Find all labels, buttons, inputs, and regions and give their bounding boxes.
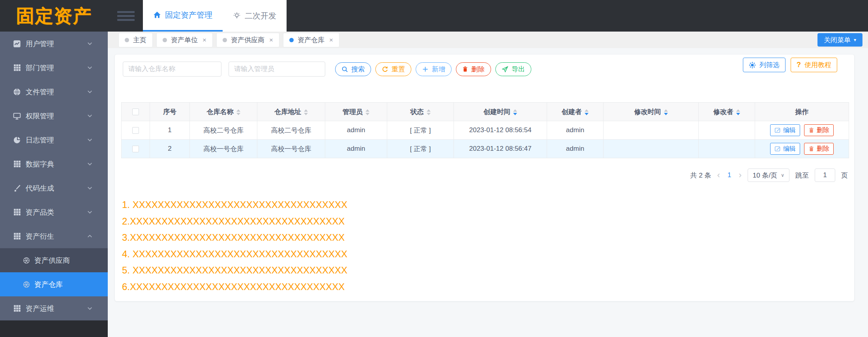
- close-menu-button[interactable]: 关闭菜单 ▾: [817, 33, 862, 47]
- column-header[interactable]: 状态: [387, 103, 454, 121]
- page-size-select[interactable]: 10 条/页 ∨: [748, 168, 789, 182]
- sort-carets-icon[interactable]: [366, 109, 369, 115]
- sidebar-item[interactable]: 资产仓库: [0, 272, 108, 296]
- page-tab-chip[interactable]: 资产供应商×: [216, 33, 279, 47]
- select-all-checkbox[interactable]: [132, 109, 139, 115]
- plus-button[interactable]: 新增: [416, 62, 452, 76]
- sidebar-item-label: 代码生成: [26, 183, 54, 193]
- sidebar-item[interactable]: 代码生成: [0, 176, 108, 200]
- table-cell: [699, 140, 755, 158]
- note-line: 3.XXXXXXXXXXXXXXXXXXXXXXXXXXXXXXXXXX: [122, 229, 347, 246]
- close-icon[interactable]: ×: [329, 36, 333, 44]
- aperture-icon: [23, 281, 30, 288]
- sidebar-item[interactable]: 数据字典: [0, 152, 108, 176]
- sidebar-item[interactable]: 日志管理: [0, 128, 108, 152]
- sort-carets-icon[interactable]: [585, 109, 589, 115]
- sidebar-item[interactable]: 资产供应商: [0, 248, 108, 272]
- table-cell: [ 正常 ]: [387, 140, 454, 158]
- manager-input[interactable]: [229, 62, 325, 77]
- sidebar-item[interactable]: 资产衍生: [0, 224, 108, 248]
- sort-carets-icon[interactable]: [236, 109, 240, 115]
- sidebar-item[interactable]: 权限管理: [0, 104, 108, 128]
- chevron-down-icon: ∨: [781, 172, 784, 178]
- row-checkbox[interactable]: [132, 127, 139, 134]
- sort-carets-icon[interactable]: [664, 109, 668, 115]
- column-header[interactable]: 创建者: [547, 103, 604, 121]
- page-tab-chip[interactable]: 主页: [118, 33, 153, 47]
- brush-icon: [13, 184, 21, 192]
- refresh-icon: [382, 66, 388, 73]
- column-header-label: 修改时间: [634, 108, 661, 116]
- sidebar-item-label: 资产品类: [26, 208, 54, 217]
- table-cell: 2023-01-12 08:56:47: [454, 140, 547, 158]
- refresh-button[interactable]: 重置: [375, 62, 411, 76]
- trash-row-button[interactable]: 删除: [804, 124, 834, 136]
- column-header[interactable]: 仓库名称: [190, 103, 257, 121]
- sidebar-menu: 用户管理部门管理文件管理权限管理日志管理数据字典代码生成资产品类资产衍生资产供应…: [0, 32, 108, 320]
- top-tab-label: 二次开发: [245, 11, 276, 21]
- row-checkbox[interactable]: [132, 146, 139, 152]
- trash-row-button[interactable]: 删除: [804, 143, 834, 155]
- column-filter-button[interactable]: 列筛选: [743, 58, 786, 72]
- sidebar-item[interactable]: 文件管理: [0, 80, 108, 104]
- prev-page-icon[interactable]: ‹: [717, 171, 720, 180]
- close-icon[interactable]: ×: [269, 36, 273, 44]
- app-logo: 固定资产: [0, 0, 108, 32]
- trash-icon: [462, 66, 468, 72]
- column-header[interactable]: 修改时间: [604, 103, 699, 121]
- column-header[interactable]: 创建时间: [454, 103, 547, 121]
- jump-page-input[interactable]: [815, 168, 835, 182]
- table-cell: 高校二号仓库: [257, 121, 325, 140]
- trash-button[interactable]: 删除: [456, 62, 491, 76]
- table-row: 1高校二号仓库高校二号仓库admin[ 正常 ]2023-01-12 08:56…: [122, 121, 849, 140]
- column-header-label: 操作: [795, 108, 809, 116]
- sidebar-item[interactable]: 资产品类: [0, 200, 108, 224]
- current-page[interactable]: 1: [726, 171, 733, 179]
- topbar: 固定资产 固定资产管理 二次开发: [0, 0, 868, 32]
- page-tab-label: 资产仓库: [298, 36, 324, 45]
- send-button[interactable]: 导出: [495, 62, 531, 76]
- column-header-label: 管理员: [343, 108, 363, 116]
- top-tab-secondary-dev[interactable]: 二次开发: [223, 0, 287, 32]
- sidebar-item[interactable]: 用户管理: [0, 32, 108, 56]
- column-header[interactable]: 管理员: [325, 103, 387, 121]
- top-tab-fixed-assets[interactable]: 固定资产管理: [143, 0, 223, 32]
- search-button[interactable]: 搜索: [335, 62, 371, 76]
- sidebar-item[interactable]: 部门管理: [0, 56, 108, 80]
- button-label: 使用教程: [804, 60, 831, 69]
- bulb-icon: [233, 12, 241, 20]
- sidebar-item-label: 部门管理: [26, 63, 54, 73]
- table-cell: 1: [150, 121, 190, 140]
- pie-icon: [13, 136, 21, 144]
- table-cell: admin: [325, 121, 387, 140]
- tutorial-button[interactable]: ?使用教程: [791, 58, 837, 72]
- chart-icon: [13, 40, 21, 48]
- table-cell: 高校一号仓库: [190, 140, 257, 158]
- chevron-down-icon: [86, 161, 93, 167]
- next-page-icon[interactable]: ›: [739, 171, 742, 180]
- panel-option-buttons: 列筛选?使用教程: [743, 58, 837, 72]
- sort-carets-icon[interactable]: [513, 109, 517, 115]
- page-tab-chip[interactable]: 资产仓库×: [283, 33, 339, 47]
- close-icon[interactable]: ×: [202, 36, 206, 44]
- sort-carets-icon[interactable]: [736, 109, 740, 115]
- plus-icon: [422, 66, 429, 73]
- sort-carets-icon[interactable]: [304, 109, 308, 115]
- table-cell: [604, 140, 699, 158]
- column-header-label: 仓库地址: [274, 108, 301, 116]
- page-tab-chip[interactable]: 资产单位×: [156, 33, 213, 47]
- edit-row-button[interactable]: 编辑: [770, 124, 800, 136]
- column-header: 操作: [755, 103, 849, 121]
- search-toolbar: 搜索重置新增删除导出: [123, 62, 531, 77]
- sort-carets-icon[interactable]: [427, 109, 431, 115]
- sidebar-item[interactable]: 资产运维: [0, 296, 108, 320]
- column-header[interactable]: 仓库地址: [257, 103, 325, 121]
- grid-icon: [13, 232, 21, 240]
- hamburger-menu-icon[interactable]: [117, 11, 135, 21]
- note-line: 4. XXXXXXXXXXXXXXXXXXXXXXXXXXXXXXXXXX: [122, 246, 347, 262]
- edit-row-button[interactable]: 编辑: [770, 143, 800, 155]
- warehouse-name-input[interactable]: [123, 62, 221, 77]
- column-header[interactable]: 修改者: [699, 103, 755, 121]
- warehouse-table: 序号仓库名称仓库地址管理员状态创建时间创建者修改时间修改者操作 1高校二号仓库高…: [121, 102, 849, 158]
- table-cell: 2: [150, 140, 190, 158]
